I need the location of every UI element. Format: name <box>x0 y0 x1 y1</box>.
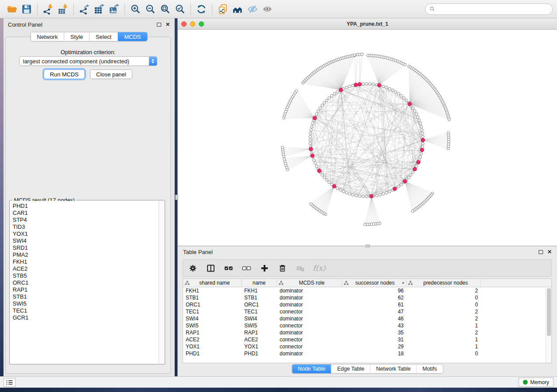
table-row[interactable]: RAP1RAP1dominator352 <box>183 329 551 336</box>
memory-button[interactable]: Memory <box>519 378 554 387</box>
show-column-panel-icon[interactable] <box>205 263 216 273</box>
table-cell: 1 <box>406 323 481 329</box>
optimization-criterion-select[interactable]: largest connected component (undirected) <box>19 56 157 66</box>
close-panel-button[interactable]: Close panel <box>90 69 132 79</box>
table-cell: SWI5 <box>183 323 242 329</box>
table-toolbar: f(x) <box>183 259 552 277</box>
zoom-fit-icon[interactable] <box>158 2 173 17</box>
network-window-titlebar[interactable]: YPA_prune.txt_1 <box>178 18 557 30</box>
mcds-result-item[interactable]: TID3 <box>13 224 159 230</box>
search-field[interactable] <box>425 3 553 15</box>
select-all-columns-icon[interactable] <box>223 263 234 273</box>
zoom-selected-icon[interactable] <box>173 2 187 17</box>
mcds-result-list[interactable]: PHD1CAR1STP4TID3YOX1SWI4SRD1PMA2FKH1ACE2… <box>10 201 159 364</box>
table-tab-node-table[interactable]: Node Table <box>292 364 332 373</box>
zoom-in-icon[interactable] <box>128 2 143 17</box>
mcds-list-scrollbar[interactable] <box>159 201 164 364</box>
close-panel-icon[interactable]: ✕ <box>166 22 170 27</box>
table-row[interactable]: TEC1TEC1connector472 <box>183 308 551 315</box>
delete-column-trash-icon[interactable] <box>277 263 287 273</box>
mcds-result-item[interactable]: GCR1 <box>13 314 159 321</box>
node-table-header: shared namenameMCDS rolesuccessor nodes▾… <box>183 279 551 287</box>
desktop-wallpaper-bottom <box>0 388 557 392</box>
search-input[interactable] <box>437 6 548 12</box>
network-canvas[interactable] <box>178 30 557 246</box>
table-cell: 0 <box>406 351 481 357</box>
mcds-result-item[interactable]: PHD1 <box>13 203 159 210</box>
mcds-result-item[interactable]: ORC1 <box>13 279 159 286</box>
table-cell: TEC1 <box>242 309 277 315</box>
tab-style[interactable]: Style <box>64 32 90 41</box>
table-cell: RAP1 <box>242 330 277 336</box>
unselect-all-columns-icon[interactable] <box>241 263 252 273</box>
open-file-icon[interactable] <box>4 2 19 17</box>
table-cell: 18 <box>342 351 406 357</box>
mcds-result-item[interactable]: FKH1 <box>13 258 159 265</box>
import-table-icon[interactable] <box>55 2 70 17</box>
tab-network[interactable]: Network <box>31 32 64 41</box>
mcds-result-item[interactable]: CAR1 <box>13 210 159 217</box>
mcds-result-item[interactable]: STP4 <box>13 217 159 224</box>
table-splitter-handle[interactable] <box>366 244 370 248</box>
column-header-predecessor-nodes[interactable]: predecessor nodes <box>406 279 481 287</box>
mcds-result-item[interactable]: YOX1 <box>13 230 159 237</box>
table-tab-edge-table[interactable]: Edge Table <box>332 364 370 373</box>
tab-select[interactable]: Select <box>90 32 118 41</box>
mcds-result-item[interactable]: PMA2 <box>13 251 159 258</box>
mcds-result-item[interactable]: SWI4 <box>13 237 159 244</box>
column-header-name[interactable]: name <box>242 279 277 287</box>
mcds-result-item[interactable]: RAP1 <box>13 286 159 293</box>
tab-mcds[interactable]: MCDS <box>118 32 147 41</box>
mcds-result-item[interactable]: ACE2 <box>13 265 159 272</box>
apply-layout-icon[interactable] <box>194 2 209 17</box>
table-row[interactable]: FKH1FKH1dominator962 <box>183 287 551 294</box>
toolbar-separator <box>73 3 74 15</box>
mcds-result-item[interactable]: SRD1 <box>13 244 159 251</box>
app-menu-list-icon[interactable] <box>3 378 16 387</box>
table-cell: 35 <box>342 330 406 336</box>
table-scrollbar[interactable] <box>546 287 551 363</box>
run-mcds-button[interactable]: Run MCDS <box>44 69 85 79</box>
save-session-icon[interactable] <box>19 2 34 17</box>
table-scrollbar-thumb[interactable] <box>547 288 551 336</box>
zoom-out-icon[interactable] <box>143 2 158 17</box>
node-table-body: FKH1FKH1dominator962STB1STB1dominator620… <box>183 287 551 363</box>
new-network-from-selection-icon[interactable] <box>215 2 230 17</box>
import-network-icon[interactable] <box>41 2 55 17</box>
close-table-panel-icon[interactable]: ✕ <box>547 249 552 254</box>
table-row[interactable]: SWI4SWI4dominator462 <box>183 315 551 322</box>
hide-selected-icon[interactable] <box>245 2 260 17</box>
table-cell: ACE2 <box>183 337 242 343</box>
show-all-icon[interactable] <box>260 2 275 17</box>
table-cell: ORC1 <box>242 302 277 308</box>
create-column-plus-icon[interactable] <box>259 263 270 273</box>
table-settings-gear-icon[interactable] <box>187 263 198 273</box>
mcds-result-item[interactable]: TEC1 <box>13 307 159 314</box>
float-panel-icon[interactable] <box>157 23 161 27</box>
column-header-successor-nodes[interactable]: successor nodes▾ <box>342 279 406 287</box>
column-header-shared-name[interactable]: shared name <box>183 279 242 287</box>
first-neighbors-icon[interactable] <box>230 2 245 17</box>
table-cell: 0 <box>406 295 481 301</box>
column-header-MCDS-role[interactable]: MCDS role <box>277 279 342 287</box>
float-table-panel-icon[interactable] <box>539 250 543 254</box>
export-table-icon[interactable] <box>92 2 107 17</box>
table-row[interactable]: STB1STB1dominator620 <box>183 294 551 301</box>
mcds-result-item[interactable]: SWI5 <box>13 300 159 307</box>
table-row[interactable]: SWI5SWI5connector431 <box>183 322 551 329</box>
table-cell: STB1 <box>242 295 277 301</box>
table-tab-motifs[interactable]: Motifs <box>417 364 443 373</box>
node-table[interactable]: shared namenameMCDS rolesuccessor nodes▾… <box>183 279 552 363</box>
table-row[interactable]: PHD1PHD1dominator180 <box>183 350 551 357</box>
table-row[interactable]: ACE2ACE2connector311 <box>183 336 551 343</box>
panel-splitter-handle[interactable] <box>175 195 178 200</box>
mcds-result-item[interactable]: STB5 <box>13 272 159 279</box>
network-graph[interactable] <box>178 30 557 246</box>
mcds-result-item[interactable]: STB1 <box>13 293 159 300</box>
export-image-icon[interactable] <box>107 2 121 17</box>
export-network-icon[interactable] <box>77 2 92 17</box>
table-cell: dominator <box>277 316 342 322</box>
table-row[interactable]: ORC1ORC1dominator610 <box>183 301 551 308</box>
table-tab-network-table[interactable]: Network Table <box>370 364 417 373</box>
table-row[interactable]: YOX1YOX1connector291 <box>183 343 551 350</box>
